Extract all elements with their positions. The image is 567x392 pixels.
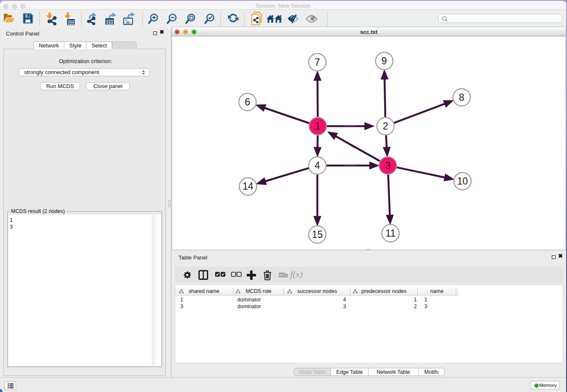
svg-text:3: 3 (385, 160, 391, 171)
svg-text:7: 7 (315, 57, 320, 68)
svg-text:11: 11 (385, 228, 396, 239)
svg-text:10: 10 (457, 176, 468, 187)
svg-text:9: 9 (382, 55, 387, 66)
svg-text:15: 15 (312, 229, 323, 240)
svg-text:2: 2 (383, 121, 388, 132)
svg-text:1: 1 (315, 121, 321, 132)
svg-text:14: 14 (242, 181, 253, 192)
svg-text:6: 6 (245, 97, 250, 108)
svg-text:8: 8 (459, 92, 465, 103)
svg-text:4: 4 (315, 160, 320, 171)
